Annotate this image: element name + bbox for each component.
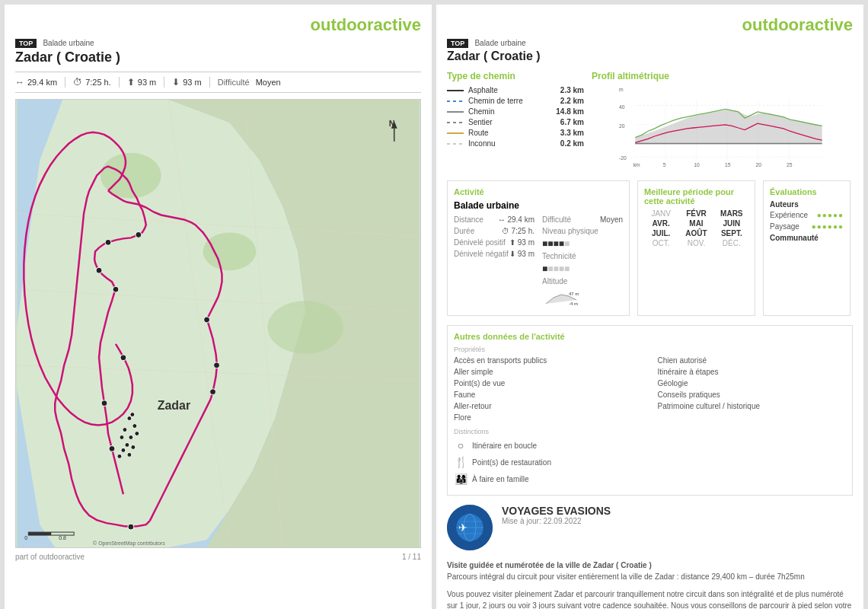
svg-point-18 — [109, 445, 115, 451]
left-category-label: Balade urbaine — [43, 39, 94, 47]
month-nov: NOV. — [679, 239, 713, 247]
month-janv: JANV — [644, 209, 678, 218]
svg-point-19 — [128, 524, 134, 530]
author-avatar: ✈ — [447, 505, 493, 550]
act-row-denivelen: Dénivelé négatif ⬇ 93 m — [454, 250, 535, 258]
month-juin: JUIN — [715, 219, 748, 228]
prop-itineraire: Itinéraire à étapes — [658, 368, 847, 376]
month-mai: MAI — [679, 219, 713, 228]
stat-elevation-up: ⬆ 93 m — [120, 77, 164, 88]
svg-text:m: m — [619, 87, 624, 92]
act-row-denivelep: Dénivelé positif ⬆ 93 m — [454, 238, 535, 247]
right-top-section: Type de chemin Asphalte 2.3 km Chemin de… — [447, 71, 853, 170]
stat-duration: ⏱ 7:25 h. — [65, 77, 120, 88]
svg-text:15: 15 — [725, 162, 731, 167]
elevation-up-icon: ⬆ — [127, 77, 135, 88]
svg-point-34 — [130, 413, 135, 417]
eval-experience: Expérience ●●●●● — [770, 211, 844, 219]
right-route-title: Zadar ( Croatie ) — [447, 49, 853, 63]
path-row-sentier: Sentier 6.7 km — [447, 118, 584, 126]
altitude-profile-section: Profil altimétrique m 40 20 -20 — [592, 71, 853, 170]
act-row-tech: Technicité — [542, 252, 623, 260]
right-category-label: Balade urbaine — [474, 39, 525, 47]
clock-icon: ⏱ — [73, 77, 82, 88]
months-grid: JANV FÉVR MARS AVR. MAI JUIN JUIL. AOÛT … — [644, 209, 748, 247]
svg-text:© OpenStreetMap contributors: © OpenStreetMap contributors — [93, 540, 165, 547]
svg-point-31 — [121, 448, 126, 452]
act-row-altitude: Altitude — [542, 277, 623, 285]
author-section: ✈ VOYAGES EVASIONS Mise à jour: 22.09.20… — [447, 505, 853, 550]
svg-point-17 — [101, 400, 107, 407]
famille-icon: 👨‍👩‍👧 — [454, 472, 468, 486]
altitude-chart: m 40 20 -20 km — [592, 86, 853, 170]
path-row-terre: Chemin de terre 2.2 km — [447, 97, 584, 105]
activity-title: Activité — [454, 187, 623, 196]
dist-boucle: ○ Itinéraire en boucle — [454, 438, 846, 452]
activity-box: Activité Balade urbaine Distance ↔ 29.4 … — [447, 180, 630, 316]
svg-text:✈: ✈ — [458, 521, 468, 534]
right-category-badge: TOP — [447, 39, 468, 48]
svg-point-12 — [113, 286, 119, 292]
prop-geologie: Géologie — [658, 379, 847, 387]
path-row-asphalte: Asphalte 2.3 km — [447, 86, 584, 94]
svg-point-25 — [123, 428, 127, 432]
author-date: Mise à jour: 22.09.2022 — [502, 517, 853, 525]
path-row-inconnu: Inconnu 0.2 km — [447, 139, 584, 148]
month-dec: DÉC. — [715, 239, 748, 247]
left-category-badge: TOP — [15, 39, 37, 48]
map-container: Zadar — [15, 99, 421, 548]
prop-patrimoine: Patrimoine culturel / historique — [658, 402, 847, 410]
best-period-box: Meilleure période pour cette activité JA… — [637, 180, 755, 316]
props-label: Propriétés — [454, 346, 846, 353]
month-juil: JUIL. — [644, 229, 678, 238]
path-line-chemin — [447, 111, 464, 113]
month-oct: OCT. — [644, 239, 678, 247]
act-row-duree: Durée ⏱ 7:25 h. — [454, 227, 535, 235]
svg-point-14 — [105, 239, 111, 245]
svg-point-29 — [125, 442, 129, 447]
distinctions-section: Distinctions ○ Itinéraire en boucle 🍴 Po… — [454, 428, 846, 486]
author-name: VOYAGES EVASIONS — [502, 505, 853, 517]
right-brand: outdooractive — [447, 15, 853, 35]
prop-faune: Faune — [454, 391, 643, 399]
dist-famille: 👨‍👩‍👧 À faire en famille — [454, 472, 846, 486]
svg-point-26 — [129, 435, 133, 440]
path-line-route — [447, 132, 464, 134]
svg-point-20 — [204, 317, 210, 323]
eval-paysage: Paysage ●●●●●● — [770, 222, 844, 231]
path-line-terre — [447, 100, 464, 102]
svg-point-13 — [96, 267, 102, 273]
description-para1: Visite guidée et numérotée de la ville d… — [447, 560, 853, 582]
svg-text:0: 0 — [24, 535, 27, 540]
distance-icon: ↔ — [15, 77, 24, 88]
stats-bar: ↔ 29.4 km ⏱ 7:25 h. ⬆ 93 m ⬇ 93 m Diffic… — [15, 72, 421, 93]
svg-point-9 — [203, 232, 257, 270]
svg-text:20: 20 — [756, 162, 762, 167]
path-line-inconnu — [447, 143, 464, 145]
left-footer: part of outdooractive 1 / 11 — [15, 553, 421, 561]
prop-transports: Accès en transports publics — [454, 356, 643, 365]
svg-point-21 — [214, 362, 220, 368]
svg-point-15 — [136, 231, 142, 238]
other-data-title: Autres données de l'activité — [454, 332, 846, 341]
left-brand: outdooractive — [15, 15, 421, 35]
elevation-down-icon: ⬇ — [172, 77, 180, 88]
stat-difficulty: Difficulté Moyen — [210, 78, 289, 87]
path-line-sentier — [447, 122, 464, 123]
activity-type: Balade urbaine — [454, 200, 623, 211]
left-route-title: Zadar ( Croatie ) — [15, 49, 421, 65]
path-types-section: Type de chemin Asphalte 2.3 km Chemin de… — [447, 71, 584, 170]
prop-conseils: Conseils pratiques — [658, 391, 847, 399]
path-line-asphalte — [447, 90, 464, 91]
svg-point-10 — [267, 301, 343, 354]
other-data-section: Autres données de l'activité Propriétés … — [447, 325, 853, 496]
svg-point-32 — [127, 452, 132, 457]
act-row-distance: Distance ↔ 29.4 km — [454, 215, 535, 224]
prop-flore: Flore — [454, 413, 643, 422]
prop-point-vue: Point(s) de vue — [454, 379, 643, 387]
svg-point-33 — [117, 454, 122, 458]
right-page: outdooractive TOP Balade urbaine Zadar (… — [436, 5, 863, 609]
evals-title: Évaluations — [770, 187, 844, 196]
best-period-title: Meilleure période pour cette activité — [644, 187, 748, 206]
restauration-icon: 🍴 — [454, 455, 468, 469]
